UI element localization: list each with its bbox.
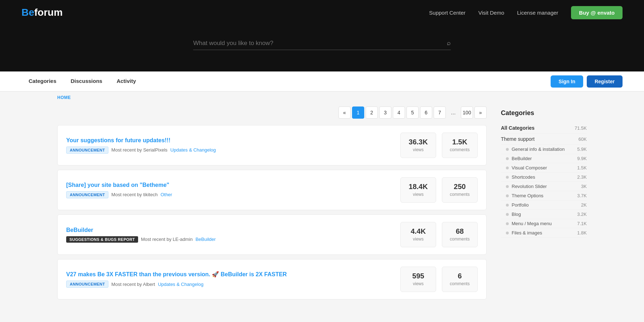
category-item: Theme support 60K [501,134,587,145]
category-link[interactable]: BeBuilder [195,237,215,242]
search-wrapper: ⌕ [193,39,451,50]
tab-activity[interactable]: Activity [109,72,143,91]
views-value: 4.4K [405,227,431,236]
comments-stat: 1.5K comments [442,133,478,158]
forum-item-title[interactable]: Your suggestions for future updates!!! [66,137,392,144]
forum-item-stats: 36.3K views 1.5K comments [400,133,478,158]
search-button[interactable]: ⌕ [447,39,451,47]
visit-demo-link[interactable]: Visit Demo [478,10,504,16]
subcategory-link[interactable]: Menu / Mega menu [512,221,552,226]
comments-stat: 68 comments [442,222,478,247]
views-label: views [413,147,424,152]
header-nav: Support Center Visit Demo License manage… [429,6,623,19]
sub-dot-icon [506,148,509,151]
subcategory-link[interactable]: Visual Composer [512,165,547,170]
category-all-link[interactable]: All Categories [501,125,535,131]
nav-tabs: Categories Discussions Activity [21,72,143,91]
search-icon: ⌕ [447,39,451,46]
tab-discussions[interactable]: Discussions [64,72,109,91]
subcategory-left: BeBuilder [506,156,532,161]
license-manager-link[interactable]: License manager [517,10,558,16]
breadcrumb[interactable]: HOME [57,95,487,100]
page-prev-button[interactable]: « [338,106,351,119]
page-next-button[interactable]: » [474,106,487,119]
sub-dot-icon [506,157,509,160]
subcategory-left: Shortcodes [506,174,535,180]
views-label: views [413,281,424,286]
signin-button[interactable]: Sign In [551,75,583,88]
category-link[interactable]: Updates & Changelog [170,147,216,153]
subcategory-link[interactable]: BeBuilder [512,156,532,161]
category-count: 3K [581,184,587,189]
subcategory-item: Menu / Mega menu 7.1K [501,219,587,228]
logo: Be forum [21,7,63,18]
subcategory-link[interactable]: Files & images [512,230,542,236]
forum-item-stats: 595 views 6 comments [400,267,478,292]
subcategory-link[interactable]: Blog [512,212,521,217]
forum-item-content: [Share] your site based on "Betheme" ANN… [66,182,392,198]
page-5-button[interactable]: 5 [406,106,419,119]
category-theme-support-link[interactable]: Theme support [501,136,535,142]
forum-item: BeBuilder SUGGESTIONS & BUGS REPORT Most… [57,214,487,255]
subcategory-item: General info & installation 5.9K [501,145,587,154]
sub-dot-icon [506,222,509,225]
subcategory-item: Visual Composer 1.5K [501,163,587,173]
subcategory-left: Portfolio [506,202,529,208]
category-count: 7.1K [577,221,587,226]
page-7-button[interactable]: 7 [434,106,446,119]
subcategory-left: Blog [506,212,521,217]
forum-item-meta: ANNOUNCEMENT Most recent by SerialPixels… [66,147,392,154]
views-label: views [413,192,424,197]
category-count: 60K [579,137,587,142]
category-link[interactable]: Other [161,192,172,197]
tab-categories[interactable]: Categories [21,72,64,91]
sub-dot-icon [506,185,509,188]
subcategory-link[interactable]: Portfolio [512,202,529,208]
meta-text: Most recent by SerialPixels [111,147,167,153]
category-link[interactable]: Updates & Changelog [158,282,203,287]
search-input[interactable] [193,40,447,47]
tag-badge: ANNOUNCEMENT [66,191,108,198]
buy-envato-button[interactable]: Buy @ envato [571,6,623,19]
sub-dot-icon [506,204,509,207]
page-2-button[interactable]: 2 [366,106,378,119]
forum-list: Your suggestions for future updates!!! A… [57,125,487,299]
forum-item-stats: 4.4K views 68 comments [400,222,478,247]
subcategory-link[interactable]: Shortcodes [512,174,535,180]
sidebar-title: Categories [501,109,587,117]
comments-stat: 250 comments [442,177,478,203]
page-1-button[interactable]: 1 [352,106,364,119]
forum-item: V27 makes Be 3X FASTER than the previous… [57,259,487,299]
comments-label: comments [450,147,469,152]
category-count: 1.5K [577,165,587,170]
subcategory-link[interactable]: Revolution Slider [512,184,547,189]
page-6-button[interactable]: 6 [420,106,432,119]
category-count: 9.9K [577,156,587,161]
register-button[interactable]: Register [587,75,623,88]
forum-item-title[interactable]: [Share] your site based on "Betheme" [66,182,392,188]
forum-item-meta: ANNOUNCEMENT Most recent by tikitech Oth… [66,191,392,198]
comments-value: 68 [447,227,473,236]
sub-dot-icon [506,232,509,234]
tag-badge: SUGGESTIONS & BUGS REPORT [66,236,138,243]
subcategory-item: Shortcodes 2.3K [501,173,587,182]
views-stat: 595 views [400,267,436,292]
subcategory-link[interactable]: Theme Options [512,193,543,198]
tag-badge: ANNOUNCEMENT [66,281,108,288]
comments-value: 6 [447,272,473,280]
header: Be forum Support Center Visit Demo Licen… [0,0,644,25]
comments-label: comments [450,237,469,242]
forum-item-meta: SUGGESTIONS & BUGS REPORT Most recent by… [66,236,392,243]
support-center-link[interactable]: Support Center [429,10,465,16]
page-4-button[interactable]: 4 [393,106,405,119]
subcategory-link[interactable]: General info & installation [512,147,565,152]
views-stat: 4.4K views [400,222,436,247]
sub-dot-icon [506,176,509,179]
page-3-button[interactable]: 3 [379,106,391,119]
comments-value: 250 [447,183,473,191]
forum-item-content: Your suggestions for future updates!!! A… [66,137,392,154]
forum-item-title[interactable]: V27 makes Be 3X FASTER than the previous… [66,271,392,278]
category-count: 1.8K [577,230,587,236]
forum-item-title[interactable]: BeBuilder [66,227,392,233]
page-100-button[interactable]: 100 [461,106,473,119]
